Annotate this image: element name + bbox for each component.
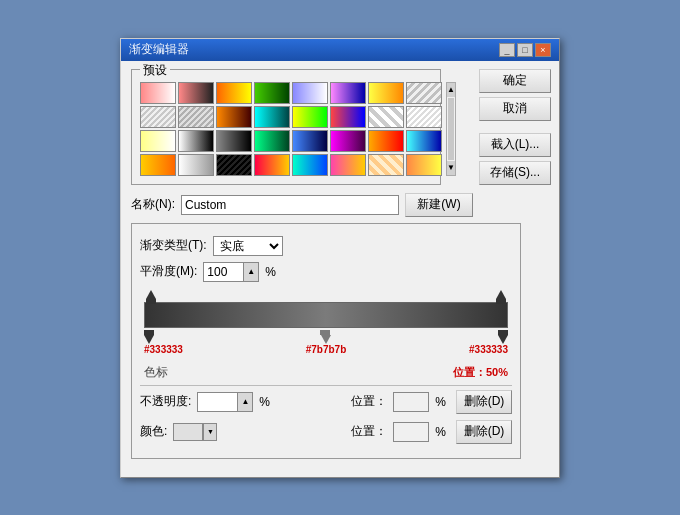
new-button[interactable]: 新建(W)	[405, 193, 473, 217]
preset-swatch[interactable]	[330, 106, 366, 128]
color-stops-section-label: 色标	[144, 364, 168, 381]
preset-swatch[interactable]	[368, 130, 404, 152]
opacity-stop-right[interactable]	[496, 290, 506, 304]
mid-position-annotation: 位置：50%	[453, 365, 508, 380]
smoothness-unit: %	[265, 265, 276, 279]
color-stops-row	[146, 328, 506, 344]
gradient-bar-area: #333333 #7b7b7b #333333 色标 位置：50%	[144, 288, 508, 381]
preset-swatch[interactable]	[292, 82, 328, 104]
preset-swatch[interactable]	[216, 106, 252, 128]
ok-button[interactable]: 确定	[479, 69, 551, 93]
smoothness-input[interactable]	[203, 262, 243, 282]
preset-swatch[interactable]	[254, 82, 290, 104]
color-position-label: 位置：	[351, 423, 387, 440]
preset-swatch[interactable]	[292, 106, 328, 128]
preset-swatch[interactable]	[368, 154, 404, 176]
opacity-row: 不透明度: ▲ % 位置： % 删除(D)	[140, 390, 512, 414]
smoothness-spinner: ▲	[203, 262, 259, 282]
opacity-stop-left[interactable]	[146, 290, 156, 304]
preset-scrollbar: ▲ ▼	[446, 82, 456, 176]
gradient-type-select[interactable]: 实底 杂色	[213, 236, 283, 256]
preset-swatch[interactable]	[216, 82, 252, 104]
opacity-delete-button[interactable]: 删除(D)	[456, 390, 512, 414]
preset-swatch[interactable]	[140, 130, 176, 152]
opacity-spin-button[interactable]: ▲	[237, 392, 253, 412]
preset-swatch[interactable]	[330, 82, 366, 104]
opacity-stops-row	[146, 288, 506, 302]
opacity-input[interactable]	[197, 392, 237, 412]
presets-grid	[140, 82, 442, 176]
smoothness-row: 平滑度(M): ▲ %	[140, 262, 512, 282]
window-content: 确定 取消 截入(L)... 存储(S)... 预设	[121, 61, 559, 477]
color-label: 颜色:	[140, 423, 167, 440]
preset-swatch[interactable]	[178, 82, 214, 104]
preset-swatch[interactable]	[292, 130, 328, 152]
opacity-position-unit: %	[435, 395, 446, 409]
smoothness-up-button[interactable]: ▲	[243, 262, 259, 282]
name-row: 名称(N): 新建(W)	[131, 193, 549, 217]
preset-swatch[interactable]	[368, 82, 404, 104]
left-stop-color-annotation: #333333	[144, 344, 183, 355]
maximize-button[interactable]: □	[517, 43, 533, 57]
preset-swatch[interactable]	[254, 106, 290, 128]
scrollbar-thumb[interactable]	[448, 98, 454, 160]
gradient-editor-window: 渐变编辑器 _ □ × 确定 取消 截入(L)... 存储(S)... 预设	[120, 38, 560, 478]
preset-swatch[interactable]	[406, 82, 442, 104]
gradient-bar[interactable]	[144, 302, 508, 328]
preset-swatch[interactable]	[292, 154, 328, 176]
color-stop-left[interactable]	[144, 330, 154, 344]
preset-swatch[interactable]	[406, 154, 442, 176]
preset-swatch[interactable]	[178, 130, 214, 152]
gradient-type-label: 渐变类型(T):	[140, 237, 207, 254]
smoothness-label: 平滑度(M):	[140, 263, 197, 280]
color-annotations: #333333 #7b7b7b #333333	[144, 344, 508, 364]
color-row: 颜色: ▼ 位置： % 删除(D)	[140, 420, 512, 444]
title-bar-buttons: _ □ ×	[499, 43, 551, 57]
opacity-position-input[interactable]	[393, 392, 429, 412]
name-input[interactable]	[181, 195, 399, 215]
preset-swatch[interactable]	[330, 130, 366, 152]
window-title: 渐变编辑器	[129, 41, 189, 58]
save-button[interactable]: 存储(S)...	[479, 161, 551, 185]
preset-swatch[interactable]	[140, 106, 176, 128]
preset-swatch[interactable]	[254, 130, 290, 152]
preset-swatch[interactable]	[178, 154, 214, 176]
scroll-up-button[interactable]: ▲	[447, 83, 455, 97]
preset-swatch[interactable]	[368, 106, 404, 128]
gradient-type-row: 渐变类型(T): 实底 杂色	[140, 236, 512, 256]
opacity-spinner: ▲	[197, 392, 253, 412]
preset-swatch[interactable]	[216, 154, 252, 176]
preset-swatch[interactable]	[178, 106, 214, 128]
title-bar: 渐变编辑器 _ □ ×	[121, 39, 559, 61]
preset-swatch[interactable]	[330, 154, 366, 176]
right-stop-color-annotation: #333333	[469, 344, 508, 355]
preset-swatch[interactable]	[406, 130, 442, 152]
preset-swatch[interactable]	[406, 106, 442, 128]
color-stop-right[interactable]	[498, 330, 508, 344]
cancel-button[interactable]: 取消	[479, 97, 551, 121]
stops-section-header: 色标 位置：50%	[144, 364, 508, 381]
opacity-unit: %	[259, 395, 270, 409]
minimize-button[interactable]: _	[499, 43, 515, 57]
color-swatch-container: ▼	[173, 423, 217, 441]
name-label: 名称(N):	[131, 196, 175, 213]
color-position-input[interactable]	[393, 422, 429, 442]
preset-swatch[interactable]	[254, 154, 290, 176]
color-swatch[interactable]	[173, 423, 203, 441]
preset-swatch[interactable]	[140, 154, 176, 176]
preset-group-label: 预设	[140, 62, 170, 79]
color-delete-button[interactable]: 删除(D)	[456, 420, 512, 444]
color-dropdown-button[interactable]: ▼	[203, 423, 217, 441]
close-button[interactable]: ×	[535, 43, 551, 57]
color-stop-mid[interactable]	[321, 330, 331, 344]
opacity-label: 不透明度:	[140, 393, 191, 410]
preset-swatch[interactable]	[216, 130, 252, 152]
load-button[interactable]: 截入(L)...	[479, 133, 551, 157]
mid-stop-annotation: #7b7b7b	[306, 344, 347, 355]
preset-area: ▲ ▼	[140, 82, 432, 176]
preset-swatch[interactable]	[140, 82, 176, 104]
opacity-position-label: 位置：	[351, 393, 387, 410]
color-position-unit: %	[435, 425, 446, 439]
scroll-down-button[interactable]: ▼	[447, 161, 455, 175]
gradient-settings-group: 渐变类型(T): 实底 杂色 平滑度(M): ▲ %	[131, 223, 521, 459]
